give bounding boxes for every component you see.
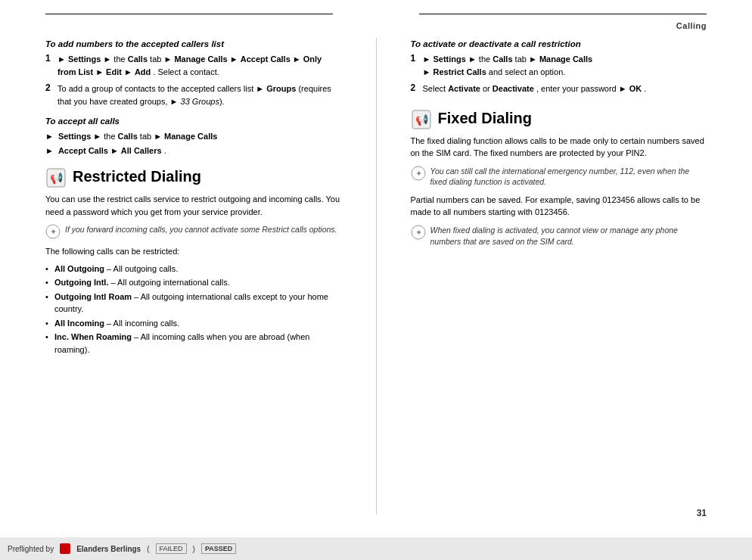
elanders-berlings-logo: Elanders Berlings	[76, 545, 141, 553]
arrow6: ►	[95, 67, 106, 76]
step1-content: ► Settings ► the Calls tab ► Manage Call…	[57, 53, 342, 78]
column-divider	[376, 38, 377, 515]
accept-all-line2: ► Accept Calls ► All Callers .	[45, 145, 342, 157]
list-item: • Inc. When Roaming – All incoming calls…	[45, 331, 342, 356]
step1-number: 1	[45, 53, 54, 64]
left-column: To add numbers to the accepted callers l…	[45, 38, 350, 515]
page-container: Calling To add numbers to the accepted c…	[0, 0, 752, 560]
fixed-dialing-tip2-box: ✦ When fixed dialing is activated, you c…	[411, 225, 707, 247]
arrow4: ►	[230, 54, 241, 64]
phone-speaker-icon: 📢	[45, 167, 67, 188]
fixed-dialing-title: Fixed Dialing	[438, 109, 532, 127]
svg-text:📢: 📢	[50, 172, 64, 185]
right-step2-number: 2	[411, 82, 420, 93]
restricted-dialing-icon: 📢	[45, 167, 67, 188]
bottom-bar: Preflighted by Elanders Berlings ( FAILE…	[0, 537, 752, 560]
page-header: Calling	[676, 21, 707, 30]
manage-calls-link: Manage Calls	[174, 54, 227, 64]
calls-link: Calls	[128, 54, 148, 64]
list-item: • All Incoming – All incoming calls.	[45, 317, 342, 330]
right-step1-content: ► Settings ► the Calls tab ► Manage Call…	[423, 53, 707, 78]
tip-icon-restricted: ✦	[45, 224, 61, 239]
header-title: Calling	[676, 21, 707, 30]
arrow2: ► the	[103, 54, 127, 64]
tab-text: tab	[150, 54, 163, 64]
groups-ref: 33 Groups).	[179, 97, 225, 106]
list-item: • Outgoing Intl Roam – All outgoing inte…	[45, 291, 342, 316]
settings-link: Settings	[68, 54, 101, 64]
content-area: To add numbers to the accepted callers l…	[45, 38, 707, 515]
separator2: )	[193, 545, 195, 553]
arrow5: ►	[293, 54, 303, 64]
right-step2-content: Select Activate or Deactivate , enter yo…	[423, 82, 707, 95]
following-calls-text: The following calls can be restricted:	[45, 245, 342, 258]
fixed-dialing-tip2-text: When fixed dialing is activated, you can…	[430, 225, 707, 247]
restricted-tip-box: ✦ If you forward incoming calls, you can…	[45, 224, 342, 239]
passed-box: PASSED	[201, 543, 236, 554]
preflighted-label: Preflighted by	[8, 545, 54, 553]
step2-content: To add a group of contacts to the accept…	[57, 82, 342, 107]
restricted-dialing-section: 📢 Restricted Dialing	[45, 167, 342, 188]
arrow1: ►	[57, 54, 66, 64]
step2-row: 2 To add a group of contacts to the acce…	[45, 82, 342, 107]
right-step1-row: 1 ► Settings ► the Calls tab ► Manage Ca…	[411, 53, 707, 78]
failed-box: FAILED	[156, 543, 187, 554]
tip-icon-fixed2: ✦	[411, 225, 426, 240]
activate-restriction-heading: To activate or deactivate a call restric…	[411, 38, 707, 50]
fixed-dialing-body2: Partial numbers can be saved. For exampl…	[411, 194, 707, 219]
fixed-dialing-tip1-text: You can still call the international eme…	[430, 166, 707, 188]
tip-icon-fixed1: ✦	[411, 166, 426, 181]
top-line-right	[419, 14, 707, 14]
groups-link: Groups	[266, 84, 296, 93]
fixed-dialing-icon: 📢	[411, 109, 432, 130]
fixed-dialing-body1: The fixed dialing function allows calls …	[411, 135, 707, 160]
elanders-icon	[60, 543, 70, 554]
restricted-dialing-title: Restricted Dialing	[73, 167, 201, 185]
restricted-tip-text: If you forward incoming calls, you canno…	[65, 224, 337, 235]
fixed-dialing-svg-icon: 📢	[411, 109, 432, 130]
step1-row: 1 ► Settings ► the Calls tab ► Manage Ca…	[45, 53, 342, 78]
top-line-left	[45, 14, 333, 14]
arrow-icon-small: ►	[170, 97, 179, 106]
tip-star-svg3: ✦	[411, 225, 426, 240]
fixed-dialing-tip1-box: ✦ You can still call the international e…	[411, 166, 707, 188]
step2-number: 2	[45, 82, 54, 93]
restricted-dialing-body: You can use the restrict calls service t…	[45, 193, 342, 218]
accept-all-section: To accept all calls ► Settings ► the Cal…	[45, 115, 342, 157]
list-item: • Outgoing Intl. – All outgoing internat…	[45, 276, 342, 289]
fixed-dialing-section: 📢 Fixed Dialing	[411, 109, 707, 130]
right-step1-number: 1	[411, 53, 420, 64]
accept-calls-link: Accept Calls	[241, 54, 291, 64]
list-item: • All Outgoing – All outgoing calls.	[45, 263, 342, 275]
tip-star-svg2: ✦	[411, 166, 426, 181]
tip-star-svg: ✦	[45, 224, 61, 239]
arrow7: ►	[124, 67, 135, 76]
accept-all-heading: To accept all calls	[45, 115, 342, 127]
svg-text:✦: ✦	[415, 228, 421, 237]
separator1: (	[147, 545, 149, 553]
step2-text1: To add a group of contacts to the accept…	[57, 84, 266, 93]
select-contact-text: . Select a contact.	[153, 67, 219, 76]
svg-text:✦: ✦	[415, 169, 421, 178]
arrow3: ►	[163, 54, 172, 64]
right-step2-row: 2 Select Activate or Deactivate , enter …	[411, 82, 707, 95]
right-step1-container: 1 ► Settings ► the Calls tab ► Manage Ca…	[411, 53, 707, 78]
accept-all-line1: ► Settings ► the Calls tab ► Manage Call…	[45, 130, 342, 143]
add-numbers-heading: To add numbers to the accepted callers l…	[45, 38, 342, 50]
svg-text:✦: ✦	[50, 227, 57, 236]
step1-container: 1 ► Settings ► the Calls tab ► Manage Ca…	[45, 53, 342, 78]
right-column: To activate or deactivate a call restric…	[403, 38, 707, 515]
right-step2-container: 2 Select Activate or Deactivate , enter …	[411, 82, 707, 95]
page-number: 31	[697, 508, 707, 518]
restriction-bullet-list: • All Outgoing – All outgoing calls. • O…	[45, 263, 342, 356]
add-link: Add	[135, 67, 151, 76]
edit-link: Edit	[106, 67, 122, 76]
step2-container: 2 To add a group of contacts to the acce…	[45, 82, 342, 107]
svg-text:📢: 📢	[415, 114, 428, 126]
